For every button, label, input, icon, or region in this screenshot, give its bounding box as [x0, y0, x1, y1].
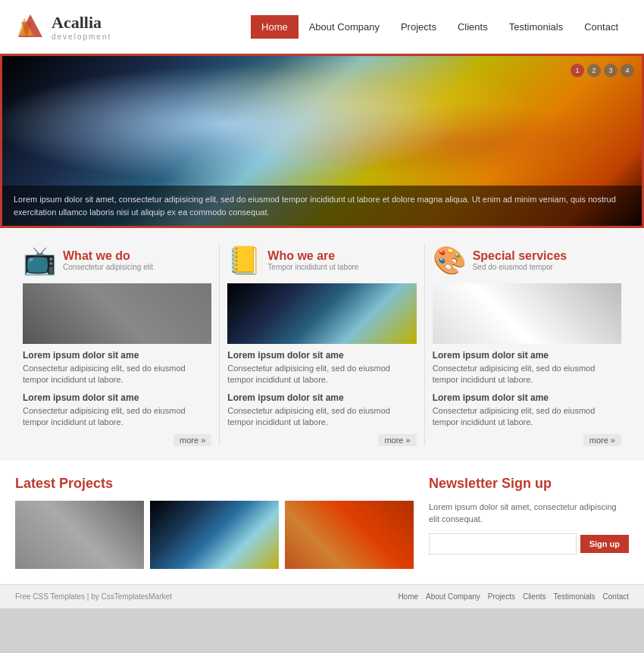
col-what-body2-title: Lorem ipsum dolor sit ame — [23, 392, 211, 403]
logo-text: Acallia development — [52, 13, 111, 41]
nav-home[interactable]: Home — [251, 15, 299, 39]
col-who-sub: Tempor incididunt ut labore — [267, 263, 358, 271]
project-thumbnails — [15, 501, 414, 569]
footer-nav-contact[interactable]: Contact — [603, 592, 629, 601]
nav-clients[interactable]: Clients — [447, 15, 499, 39]
col-special-body2-title: Lorem ipsum dolor sit ame — [433, 392, 621, 403]
newsletter-title: Newsletter Sign up — [429, 476, 629, 492]
footer-nav: Home About Company Projects Clients Test… — [398, 592, 629, 601]
col-what-more: more » — [23, 435, 211, 445]
footer-nav-home[interactable]: Home — [398, 592, 418, 601]
slider: 1 2 3 4 Lorem ipsum dolor sit amet, cons… — [0, 54, 644, 228]
col-what-sub: Consectetur adipisicing elit — [63, 263, 153, 271]
col-who-image — [227, 283, 416, 344]
nav-testimonials[interactable]: Testimonials — [499, 15, 574, 39]
logo-icon — [15, 11, 45, 42]
col-who-we-are: 📒 Who we are Tempor incididunt ut labore… — [220, 243, 424, 445]
col-special-body2-text: Consectetur adipisicing elit, sed do eiu… — [433, 405, 621, 429]
col-what-titles: What we do Consectetur adipisicing elit — [63, 249, 153, 271]
col-who-body2-title: Lorem ipsum dolor sit ame — [227, 392, 416, 403]
logo-name: Acallia — [52, 13, 111, 33]
col-what-body1-text: Consectetur adipisicing elit, sed do eiu… — [23, 363, 211, 386]
newsletter-email-input[interactable] — [429, 533, 577, 555]
col-who-body1-title: Lorem ipsum dolor sit ame — [227, 350, 416, 361]
nav-contact[interactable]: Contact — [574, 15, 629, 39]
slider-caption: Lorem ipsum dolor sit amet, consectetur … — [2, 186, 642, 226]
col-what-body2-text: Consectetur adipisicing elit, sed do eiu… — [23, 405, 211, 429]
col-what-title: What we do — [63, 249, 153, 263]
slider-dot-2[interactable]: 2 — [587, 64, 601, 77]
col-special-sub: Sed do eiusmod tempor — [473, 263, 567, 271]
col-what-icon: 📺 — [23, 243, 57, 277]
col-who-more-link[interactable]: more » — [378, 434, 416, 446]
col-what-image — [23, 283, 211, 344]
col-who-header: 📒 Who we are Tempor incididunt ut labore — [227, 243, 416, 277]
footer-nav-testimonials[interactable]: Testimonials — [554, 592, 596, 601]
footer-nav-projects[interactable]: Projects — [488, 592, 515, 601]
slider-dot-1[interactable]: 1 — [571, 64, 584, 77]
col-who-body2-text: Consectetur adipisicing elit, sed do eiu… — [227, 405, 416, 429]
slider-dot-3[interactable]: 3 — [604, 64, 617, 77]
project-thumb-3[interactable] — [285, 501, 414, 569]
col-special-more: more » — [433, 435, 621, 445]
latest-projects-section: Latest Projects — [15, 476, 414, 569]
col-who-title: Who we are — [267, 249, 358, 263]
slider-dot-4[interactable]: 4 — [621, 64, 634, 77]
footer: Free CSS Templates | by CssTemplatesMark… — [0, 584, 644, 608]
nav-about[interactable]: About Company — [299, 15, 390, 39]
newsletter-section: Newsletter Sign up Lorem ipsum dolor sit… — [429, 476, 629, 569]
col-special-title: Special services — [473, 249, 567, 263]
footer-nav-clients[interactable]: Clients — [523, 592, 546, 601]
nav-projects[interactable]: Projects — [390, 15, 447, 39]
col-special-header: 🎨 Special services Sed do eiusmod tempor — [433, 243, 621, 277]
col-what-we-do: 📺 What we do Consectetur adipisicing eli… — [15, 243, 220, 445]
col-special-body1-title: Lorem ipsum dolor sit ame — [433, 350, 621, 361]
project-thumb-2[interactable] — [150, 501, 279, 569]
col-who-icon: 📒 — [227, 243, 261, 277]
latest-projects-title: Latest Projects — [15, 476, 414, 492]
footer-nav-about[interactable]: About Company — [426, 592, 480, 601]
col-who-more: more » — [227, 435, 416, 445]
col-what-header: 📺 What we do Consectetur adipisicing eli… — [23, 243, 211, 277]
project-thumb-1[interactable] — [15, 501, 144, 569]
feature-columns: 📺 What we do Consectetur adipisicing eli… — [0, 228, 644, 461]
slider-dots: 1 2 3 4 — [571, 64, 634, 77]
footer-credits: Free CSS Templates | by CssTemplatesMark… — [15, 592, 172, 601]
newsletter-signup-button[interactable]: Sign up — [580, 535, 629, 553]
col-special-more-link[interactable]: more » — [583, 434, 621, 446]
main-nav: Home About Company Projects Clients Test… — [251, 15, 629, 39]
col-special-image — [433, 283, 621, 344]
col-special-icon: 🎨 — [433, 243, 467, 277]
newsletter-text: Lorem ipsum dolor sit amet, consectetur … — [429, 501, 629, 526]
col-special-services: 🎨 Special services Sed do eiusmod tempor… — [425, 243, 629, 445]
newsletter-form: Sign up — [429, 533, 629, 555]
col-who-body1-text: Consectetur adipisicing elit, sed do eiu… — [227, 363, 416, 386]
col-special-titles: Special services Sed do eiusmod tempor — [473, 249, 567, 271]
col-special-body1-text: Consectetur adipisicing elit, sed do eiu… — [433, 363, 621, 386]
bottom-section: Latest Projects Newsletter Sign up Lorem… — [0, 461, 644, 584]
col-who-titles: Who we are Tempor incididunt ut labore — [267, 249, 358, 271]
logo: Acallia development — [15, 11, 111, 42]
logo-sub: development — [52, 33, 111, 41]
col-what-more-link[interactable]: more » — [174, 434, 211, 446]
col-what-body1-title: Lorem ipsum dolor sit ame — [23, 350, 211, 361]
